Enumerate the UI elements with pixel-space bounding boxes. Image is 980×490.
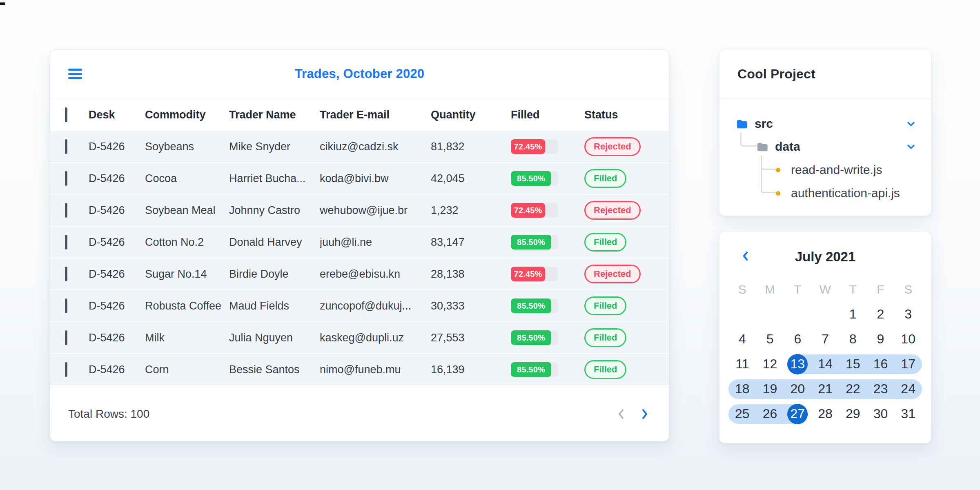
cell-desk: D-5426 — [89, 332, 145, 344]
menu-hamburger-icon[interactable] — [68, 69, 82, 79]
calendar-day[interactable]: 24 — [894, 376, 922, 401]
folder-icon — [736, 119, 748, 129]
row-checkbox[interactable] — [65, 203, 67, 218]
calendar-day[interactable]: 19 — [756, 376, 784, 401]
calendar-week: 25 26 27 28 29 30 31 — [728, 401, 922, 426]
progress-fill: 72.45% — [511, 139, 545, 154]
dow-label: W — [811, 282, 839, 297]
calendar-day[interactable]: 7 — [811, 327, 839, 352]
cell-commodity: Cocoa — [145, 172, 229, 185]
trades-table-card: Trades, October 2020 Desk Commodity Trad… — [50, 49, 669, 441]
cell-commodity: Soybean Meal — [145, 204, 229, 217]
calendar-day[interactable]: 15 — [839, 352, 867, 376]
filled-progress-bar: 85.50% — [511, 330, 558, 345]
calendar-day — [728, 302, 756, 327]
column-header-trader-email: Trader E-mail — [320, 109, 431, 121]
table-row: D-5426 Milk Julia Nguyen kaskeg@dupli.uz… — [50, 322, 669, 353]
calendar-day[interactable]: 9 — [867, 327, 895, 352]
tree-file-authentication-api[interactable]: authentication-api.js — [776, 185, 900, 201]
next-page-chevron-icon[interactable] — [640, 408, 649, 421]
filled-progress-bar: 85.50% — [511, 171, 558, 186]
cell-trader-email: erebe@ebisu.kn — [320, 268, 431, 281]
calendar-day-range-start[interactable]: 13 — [784, 352, 811, 376]
row-checkbox[interactable] — [65, 267, 67, 281]
cell-trader-email: wehubow@ijue.br — [320, 204, 431, 217]
table-row: D-5426 Robusta Coffee Maud Fields zuncop… — [50, 290, 669, 321]
calendar-day[interactable]: 21 — [811, 376, 839, 401]
file-tree: src data read-and-write.js authenticatio… — [719, 99, 931, 216]
file-dot-icon — [776, 191, 780, 196]
table-body: D-5426 Soybeans Mike Snyder cikiuz@cadzi… — [50, 131, 669, 385]
calendar-week: 4 5 6 7 8 9 10 — [728, 327, 922, 352]
calendar-day[interactable]: 16 — [867, 352, 895, 376]
calendar-day[interactable]: 1 — [839, 302, 867, 327]
calendar-month-title: July 2021 — [795, 249, 856, 265]
calendar-day[interactable]: 2 — [867, 302, 895, 327]
chevron-down-icon[interactable] — [907, 144, 915, 149]
prev-month-chevron-icon[interactable] — [742, 251, 749, 263]
cell-desk: D-5426 — [89, 268, 145, 281]
calendar-day-range-end[interactable]: 27 — [784, 401, 811, 426]
row-checkbox[interactable] — [65, 171, 67, 186]
filled-progress-bar: 85.50% — [511, 362, 558, 377]
calendar-day[interactable]: 10 — [894, 327, 922, 352]
calendar-day[interactable]: 17 — [894, 352, 922, 376]
row-checkbox[interactable] — [65, 362, 67, 377]
folder-icon — [757, 142, 768, 151]
calendar-day[interactable]: 31 — [894, 401, 922, 426]
calendar-day[interactable]: 14 — [811, 352, 839, 376]
column-header-commodity: Commodity — [145, 109, 229, 121]
calendar-grid: 1 2 3 4 5 6 7 8 9 10 11 12 13 14 15 16 1… — [728, 302, 922, 426]
cell-quantity: 28,138 — [431, 268, 511, 281]
calendar-day[interactable]: 26 — [756, 401, 784, 426]
calendar-day — [811, 302, 839, 327]
row-checkbox[interactable] — [65, 330, 67, 345]
status-badge: Filled — [584, 328, 626, 347]
cell-desk: D-5426 — [89, 204, 145, 217]
cell-trader-email: nimo@funeb.mu — [320, 363, 431, 376]
progress-fill: 85.50% — [511, 298, 551, 313]
tree-node-data[interactable]: data — [757, 138, 915, 155]
calendar-day[interactable]: 29 — [839, 401, 867, 426]
calendar-day[interactable]: 18 — [728, 376, 756, 401]
calendar-day[interactable]: 23 — [867, 376, 895, 401]
calendar-day[interactable]: 6 — [784, 327, 811, 352]
column-header-status: Status — [584, 109, 654, 121]
status-badge: Filled — [584, 169, 626, 188]
calendar-day[interactable]: 3 — [894, 302, 922, 327]
table-header-row: Desk Commodity Trader Name Trader E-mail… — [50, 98, 669, 131]
cell-desk: D-5426 — [89, 140, 145, 153]
prev-page-chevron-icon[interactable] — [617, 408, 626, 421]
row-checkbox[interactable] — [65, 298, 67, 313]
dow-label: F — [867, 282, 895, 297]
filled-progress-bar: 85.50% — [511, 235, 558, 249]
calendar-day[interactable]: 12 — [756, 352, 784, 376]
calendar-day[interactable]: 20 — [784, 376, 811, 401]
progress-fill: 85.50% — [511, 362, 551, 377]
calendar-day[interactable]: 5 — [756, 327, 784, 352]
calendar-day[interactable]: 8 — [839, 327, 867, 352]
cell-commodity: Sugar No.14 — [145, 268, 229, 281]
column-header-filled: Filled — [511, 109, 584, 121]
chevron-down-icon[interactable] — [907, 121, 915, 127]
total-rows-label: Total Rows: 100 — [68, 408, 149, 421]
tree-file-label: authentication-api.js — [791, 186, 900, 200]
table-row: D-5426 Cotton No.2 Donald Harvey juuh@li… — [50, 227, 669, 258]
calendar-day[interactable]: 11 — [728, 352, 756, 376]
row-checkbox[interactable] — [65, 235, 67, 249]
cell-quantity: 1,232 — [431, 204, 511, 217]
calendar-day[interactable]: 4 — [728, 327, 756, 352]
select-all-checkbox[interactable] — [65, 107, 67, 122]
row-checkbox[interactable] — [65, 139, 67, 154]
calendar-day[interactable]: 30 — [867, 401, 895, 426]
calendar-week: 11 12 13 14 15 16 17 — [728, 352, 922, 376]
calendar-day[interactable]: 28 — [811, 401, 839, 426]
cell-trader-email: zuncopof@dukuj... — [320, 300, 431, 312]
tree-node-src[interactable]: src — [736, 116, 915, 132]
calendar-day[interactable]: 25 — [728, 401, 756, 426]
day-of-week-header: S M T W T F S — [728, 282, 922, 297]
tree-file-read-and-write[interactable]: read-and-write.js — [776, 162, 882, 178]
cell-quantity: 83,147 — [431, 236, 511, 249]
calendar-day[interactable]: 22 — [839, 376, 867, 401]
progress-fill: 72.45% — [511, 267, 545, 281]
